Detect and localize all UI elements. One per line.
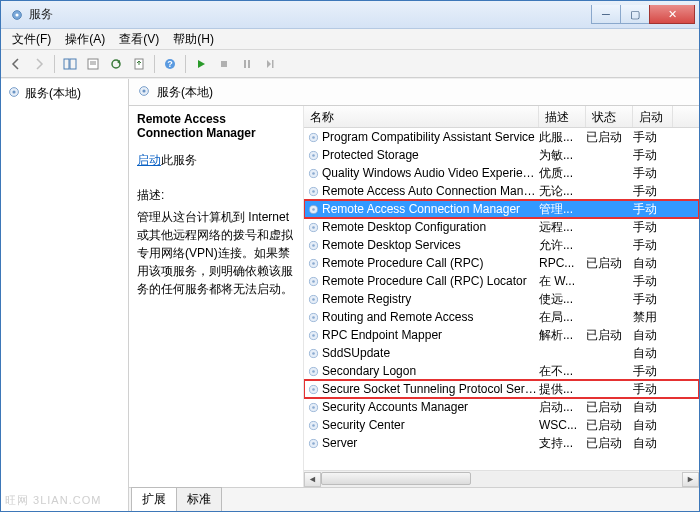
start-link[interactable]: 启动 (137, 153, 161, 167)
svg-point-54 (312, 442, 315, 445)
help-button[interactable]: ? (159, 53, 181, 75)
tree-node-services[interactable]: 服务(本地) (5, 83, 124, 104)
row-startup: 自动 (633, 399, 673, 416)
gear-icon (304, 275, 322, 288)
content-area: 服务(本地) 服务(本地) Remote Access Connection M… (1, 78, 699, 511)
table-row[interactable]: SddSUpdate自动 (304, 344, 699, 362)
gear-icon (304, 149, 322, 162)
svg-point-18 (142, 89, 145, 92)
row-name: Remote Procedure Call (RPC) Locator (322, 274, 539, 288)
maximize-button[interactable]: ▢ (620, 5, 650, 24)
gear-icon (304, 347, 322, 360)
col-startup[interactable]: 启动 (633, 106, 673, 127)
table-row[interactable]: Secure Socket Tunneling Protocol Service… (304, 380, 699, 398)
row-desc: 在 W... (539, 273, 586, 290)
menu-action[interactable]: 操作(A) (58, 29, 112, 50)
row-name: Remote Access Connection Manager (322, 202, 539, 216)
table-row[interactable]: Remote Access Connection Manager管理...手动 (304, 200, 699, 218)
list-panel: 名称 描述 状态 启动 Program Compatibility Assist… (304, 106, 699, 487)
row-desc: 此服... (539, 129, 586, 146)
col-status[interactable]: 状态 (586, 106, 633, 127)
row-name: Secure Socket Tunneling Protocol Service (322, 382, 539, 396)
table-row[interactable]: Remote Procedure Call (RPC) Locator在 W..… (304, 272, 699, 290)
start-button[interactable] (190, 53, 212, 75)
detail-panel: Remote Access Connection Manager 启动此服务 描… (129, 106, 304, 487)
gear-icon (137, 84, 151, 101)
gear-icon (304, 419, 322, 432)
desc-label: 描述: (137, 187, 295, 204)
menu-view[interactable]: 查看(V) (112, 29, 166, 50)
gear-icon (7, 85, 21, 102)
table-row[interactable]: Routing and Remote Access在局...禁用 (304, 308, 699, 326)
row-name: Secondary Logon (322, 364, 539, 378)
restart-button[interactable] (259, 53, 281, 75)
table-row[interactable]: Remote Registry使远...手动 (304, 290, 699, 308)
row-desc: 启动... (539, 399, 586, 416)
gear-icon (304, 401, 322, 414)
service-list[interactable]: Program Compatibility Assistant Service此… (304, 128, 699, 470)
stop-button[interactable] (213, 53, 235, 75)
table-row[interactable]: Remote Access Auto Connection Manager无论.… (304, 182, 699, 200)
window-buttons: ─ ▢ ✕ (592, 5, 695, 24)
scroll-left-button[interactable]: ◄ (304, 472, 321, 487)
gear-icon (304, 293, 322, 306)
row-startup: 手动 (633, 381, 673, 398)
svg-point-20 (312, 136, 315, 139)
col-desc[interactable]: 描述 (539, 106, 586, 127)
minimize-button[interactable]: ─ (591, 5, 621, 24)
table-row[interactable]: Quality Windows Audio Video Experience优质… (304, 164, 699, 182)
tab-extended[interactable]: 扩展 (131, 487, 177, 511)
row-desc: WSC... (539, 418, 586, 432)
row-name: Server (322, 436, 539, 450)
forward-button[interactable] (28, 53, 50, 75)
export-button[interactable] (128, 53, 150, 75)
menu-file[interactable]: 文件(F) (5, 29, 58, 50)
row-desc: 为敏... (539, 147, 586, 164)
row-name: Protected Storage (322, 148, 539, 162)
gear-icon (304, 167, 322, 180)
gear-icon (304, 185, 322, 198)
row-startup: 手动 (633, 165, 673, 182)
col-name[interactable]: 名称 (304, 106, 539, 127)
pause-button[interactable] (236, 53, 258, 75)
table-row[interactable]: Remote Desktop Services允许...手动 (304, 236, 699, 254)
row-desc: 远程... (539, 219, 586, 236)
table-row[interactable]: Server支持...已启动自动 (304, 434, 699, 452)
watermark: 旺网 3LIAN.COM (5, 493, 101, 508)
gear-icon (304, 131, 322, 144)
properties-button[interactable] (82, 53, 104, 75)
table-row[interactable]: Security CenterWSC...已启动自动 (304, 416, 699, 434)
close-button[interactable]: ✕ (649, 5, 695, 24)
table-row[interactable]: Security Accounts Manager启动...已启动自动 (304, 398, 699, 416)
scroll-right-button[interactable]: ► (682, 472, 699, 487)
scroll-thumb[interactable] (321, 472, 471, 485)
table-row[interactable]: Remote Procedure Call (RPC)RPC...已启动自动 (304, 254, 699, 272)
show-hide-button[interactable] (59, 53, 81, 75)
table-row[interactable]: RPC Endpoint Mapper解析...已启动自动 (304, 326, 699, 344)
svg-point-40 (312, 316, 315, 319)
menu-help[interactable]: 帮助(H) (166, 29, 221, 50)
separator-icon (54, 55, 55, 73)
separator-icon (185, 55, 186, 73)
row-status: 已启动 (586, 417, 633, 434)
scroll-track[interactable] (321, 472, 682, 487)
table-row[interactable]: Remote Desktop Configuration远程...手动 (304, 218, 699, 236)
table-row[interactable]: Program Compatibility Assistant Service此… (304, 128, 699, 146)
row-startup: 自动 (633, 327, 673, 344)
tree-panel: 服务(本地) (1, 79, 129, 511)
menubar: 文件(F) 操作(A) 查看(V) 帮助(H) (1, 29, 699, 50)
back-button[interactable] (5, 53, 27, 75)
tab-standard[interactable]: 标准 (176, 487, 222, 511)
row-startup: 手动 (633, 363, 673, 380)
right-header: 服务(本地) (129, 79, 699, 106)
table-row[interactable]: Secondary Logon在不...手动 (304, 362, 699, 380)
hscrollbar[interactable]: ◄ ► (304, 470, 699, 487)
row-desc: 使远... (539, 291, 586, 308)
refresh-button[interactable] (105, 53, 127, 75)
svg-point-50 (312, 406, 315, 409)
svg-rect-11 (221, 61, 227, 67)
row-status: 已启动 (586, 435, 633, 452)
row-startup: 手动 (633, 129, 673, 146)
table-row[interactable]: Protected Storage为敏...手动 (304, 146, 699, 164)
svg-point-48 (312, 388, 315, 391)
